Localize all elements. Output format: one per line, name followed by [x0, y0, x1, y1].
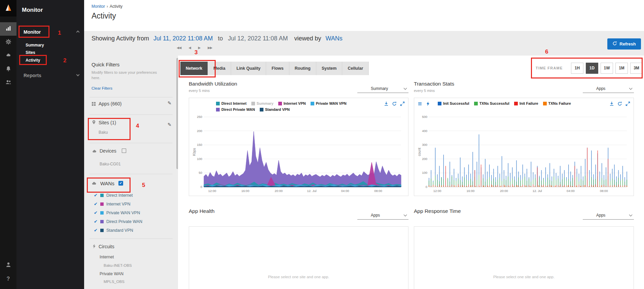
tab-cellular[interactable]: Cellular — [342, 62, 369, 75]
wans-checkbox[interactable]: ✔ — [118, 181, 123, 186]
filter-sites[interactable]: Sites (1) — [99, 120, 116, 125]
sidebar-item-reports[interactable]: Reports — [24, 73, 41, 78]
tab-flows[interactable]: Flows — [266, 62, 289, 75]
timeframe-1h-button[interactable]: 1H — [571, 63, 583, 74]
chevron-up-icon[interactable] — [76, 31, 80, 34]
annotation-number-3: 3 — [194, 49, 198, 56]
wan-color-swatch — [100, 194, 104, 197]
wan-item-direct-internet[interactable]: ✔ Direct Internet — [94, 193, 133, 198]
lightning-icon[interactable] — [426, 101, 430, 106]
first-page-icon[interactable]: ◀◀ — [177, 46, 181, 50]
circuit-name[interactable]: Baku-INET-OBS — [104, 263, 132, 267]
edit-apps-pencil-icon[interactable]: ✎ — [168, 100, 172, 106]
sidebar-item-activity[interactable]: Activity — [26, 58, 40, 63]
circuit-type[interactable]: Private WAN — [100, 271, 123, 276]
legend-swatch — [514, 102, 518, 105]
rail-users-button[interactable] — [0, 76, 16, 90]
tab-routing[interactable]: Routing — [289, 62, 316, 75]
legend-summary[interactable]: Summary — [251, 101, 274, 105]
download-icon[interactable] — [609, 101, 614, 106]
wan-item-private-wan-vpn[interactable]: ✔ Private WAN VPN — [94, 210, 140, 215]
download-icon[interactable] — [384, 101, 389, 106]
legend-init-successful[interactable]: Init Successful — [438, 101, 469, 105]
app-health-card: Please select one site and one app. — [189, 226, 408, 289]
legend-standard-vpn[interactable]: Standard VPN — [260, 107, 290, 111]
app-health-dropdown[interactable]: Apps — [357, 211, 408, 220]
bandwidth-chart[interactable]: 05010015020025012:0016:0020:0012. Jul04:… — [192, 114, 404, 194]
legend-swatch — [311, 102, 314, 105]
tab-system[interactable]: System — [316, 62, 342, 75]
sidebar-item-monitor[interactable]: Monitor — [24, 29, 41, 35]
legend-txns-failure[interactable]: TXNs Failure — [543, 101, 571, 105]
next-page-icon[interactable]: ▶ — [198, 46, 201, 50]
circuits-bolt-icon — [92, 244, 96, 250]
viewed-by-word: viewed by — [294, 35, 321, 42]
breadcrumb-monitor-link[interactable]: Monitor — [92, 4, 105, 9]
legend-txns-successful[interactable]: TXNs Successful — [474, 101, 509, 105]
app-logo[interactable] — [0, 0, 16, 17]
clear-filters-link[interactable]: Clear Filters — [92, 86, 112, 90]
prev-page-icon[interactable]: ◀ — [188, 46, 191, 50]
edit-sites-pencil-icon[interactable]: ✎ — [168, 122, 172, 127]
wan-item-direct-private-wan[interactable]: ✔ Direct Private WAN — [94, 219, 142, 224]
alerts-bell-icon — [5, 66, 11, 73]
filter-apps[interactable]: Apps (660) — [99, 101, 121, 106]
device-item[interactable]: Baku-CG01 — [100, 162, 121, 166]
wan-item-internet-vpn[interactable]: ✔ Internet VPN — [94, 201, 130, 206]
timeframe-1w-button[interactable]: 1W — [601, 63, 613, 74]
view-tabs: Network Media Link Quality Flows Routing… — [180, 62, 369, 75]
timeframe-3m-button[interactable]: 3M — [630, 63, 643, 74]
filter-wans[interactable]: WANs — [100, 181, 114, 186]
wan-item-label: Direct Private WAN — [106, 219, 142, 224]
bandwidth-legend: Direct Internet Summary Internet VPN Pri… — [216, 101, 374, 111]
legend-swatch — [438, 102, 441, 105]
transactions-chart[interactable]: 010020030040050012:0016:0020:0012. Jul04… — [417, 114, 630, 194]
tab-link-quality[interactable]: Link Quality — [231, 62, 266, 75]
filter-circuits[interactable]: Circuits — [99, 244, 114, 249]
filter-devices[interactable]: Devices — [100, 148, 116, 154]
transactions-dropdown-value: Apps — [596, 86, 605, 91]
viewed-by-value-link[interactable]: WANs — [325, 35, 342, 42]
reload-icon[interactable] — [392, 101, 397, 106]
rail-services-button[interactable] — [0, 49, 16, 63]
svg-text:300: 300 — [422, 143, 427, 147]
tab-network[interactable]: Network — [180, 62, 208, 75]
rail-help-button[interactable]: ? — [0, 272, 16, 286]
bandwidth-dropdown[interactable]: Summary — [357, 84, 408, 93]
from-date-link[interactable]: Jul 11, 2022 11:08 AM — [153, 35, 213, 42]
rail-settings-button[interactable] — [0, 36, 16, 49]
list-menu-icon[interactable] — [418, 101, 422, 106]
legend-private-wan-vpn[interactable]: Private WAN VPN — [311, 101, 347, 105]
expand-icon[interactable] — [625, 101, 630, 106]
divider — [90, 97, 173, 97]
tab-media[interactable]: Media — [208, 62, 231, 75]
sidebar-item-summary[interactable]: Summary — [26, 43, 44, 47]
transactions-dropdown[interactable]: Apps — [583, 84, 634, 93]
rail-alerts-button[interactable] — [0, 63, 16, 76]
wan-item-standard-vpn[interactable]: ✔ Standard VPN — [94, 228, 133, 233]
reload-icon[interactable] — [617, 101, 622, 106]
expand-icon[interactable] — [400, 101, 405, 106]
last-page-icon[interactable]: ▶▶ — [208, 46, 212, 50]
rail-monitor-button[interactable] — [0, 22, 16, 36]
svg-text:08:00: 08:00 — [374, 189, 382, 193]
app-response-dropdown[interactable]: Apps — [583, 211, 634, 220]
devices-checkbox[interactable] — [122, 149, 126, 153]
chevron-down-icon[interactable] — [76, 73, 80, 76]
timeframe-1m-button[interactable]: 1M — [615, 63, 628, 74]
legend-direct-internet[interactable]: Direct Internet — [216, 101, 247, 105]
annotation-number-5: 5 — [142, 182, 145, 189]
circuit-type[interactable]: Internet — [100, 255, 114, 259]
timeframe-1d-button[interactable]: 1D — [586, 63, 598, 74]
divider — [90, 115, 173, 115]
circuit-name[interactable]: MPLS_OBS — [104, 280, 124, 284]
legend-init-failure[interactable]: Init Failure — [514, 101, 538, 105]
showing-activity-line: Showing Activity from Jul 11, 2022 11:08… — [92, 35, 343, 42]
rail-account-button[interactable] — [0, 259, 16, 272]
refresh-button[interactable]: Refresh — [607, 38, 641, 50]
showing-prefix: Showing Activity from — [92, 35, 149, 42]
sidebar-item-sites[interactable]: Sites — [26, 50, 35, 55]
legend-internet-vpn[interactable]: Internet VPN — [278, 101, 306, 105]
legend-direct-private-wan[interactable]: Direct Private WAN — [216, 107, 255, 111]
bandwidth-title: Bandwidth Utilization — [189, 81, 237, 87]
